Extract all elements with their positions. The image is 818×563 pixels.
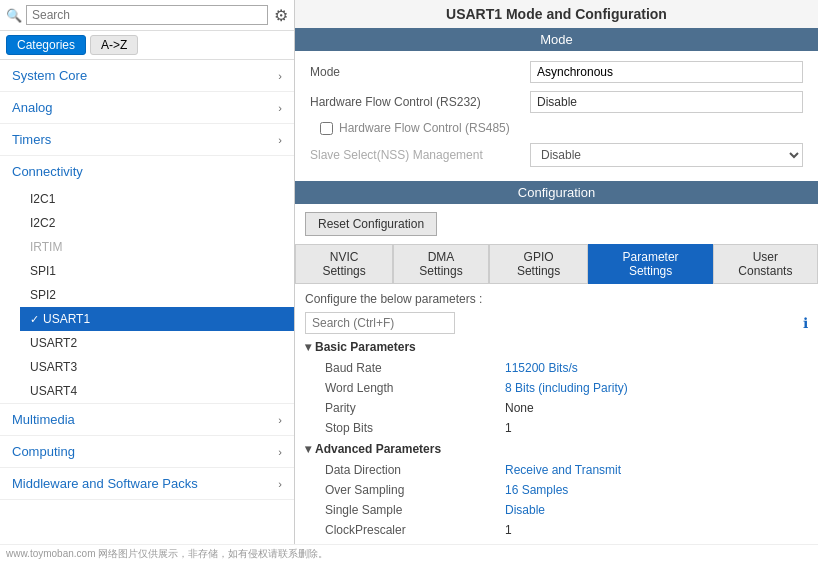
param-name: Single Sample [305,500,485,520]
watermark: www.toymoban.com 网络图片仅供展示，非存储，如有侵权请联系删除。 [0,544,818,563]
page-title: USART1 Mode and Configuration [295,0,818,28]
tab-a-z[interactable]: A->Z [90,35,138,55]
collapse-icon[interactable]: ▾ [305,442,311,456]
mode-label: Mode [310,65,530,79]
table-row: ClockPrescaler 1 [305,520,808,540]
nav-section-connectivity: Connectivity I2C1 I2C2 IRTIM SPI1 SPI2 ✓… [0,156,294,404]
reset-configuration-button[interactable]: Reset Configuration [305,212,437,236]
param-value: 1 [485,520,808,540]
nav-section-computing: Computing › [0,436,294,468]
chevron-right-icon: › [278,70,282,82]
hw-flow-row: Hardware Flow Control (RS232) [310,91,803,113]
sidebar-item-timers[interactable]: Timers › [0,124,294,155]
hw-flow-rs485-checkbox[interactable] [320,122,333,135]
sidebar-item-label: Analog [12,100,52,115]
param-name: Stop Bits [305,418,485,438]
hw-flow-label: Hardware Flow Control (RS232) [310,95,530,109]
sidebar-item-i2c2[interactable]: I2C2 [20,211,294,235]
search-bar: 🔍 ⚙ [0,0,294,31]
param-value: 16 Samples [485,480,808,500]
chevron-right-icon: › [278,478,282,490]
nav-section-system-core: System Core › [0,60,294,92]
config-section: Reset Configuration NVIC Settings DMA Se… [295,204,818,548]
tab-dma-settings[interactable]: DMA Settings [393,244,489,284]
left-panel: 🔍 ⚙ Categories A->Z System Core › Analog… [0,0,295,563]
basic-params-table: Baud Rate 115200 Bits/s Word Length 8 Bi… [305,358,808,438]
tab-gpio-settings[interactable]: GPIO Settings [489,244,588,284]
search-icon: 🔍 [6,8,22,23]
param-name: Parity [305,398,485,418]
param-name: Word Length [305,378,485,398]
table-row: Baud Rate 115200 Bits/s [305,358,808,378]
tab-categories[interactable]: Categories [6,35,86,55]
chevron-right-icon: › [278,414,282,426]
hw-flow-rs485-label: Hardware Flow Control (RS485) [339,121,510,135]
gear-icon[interactable]: ⚙ [274,6,288,25]
param-name: ClockPrescaler [305,520,485,540]
table-row: Word Length 8 Bits (including Parity) [305,378,808,398]
mode-section-header: Mode [295,28,818,51]
slave-row: Slave Select(NSS) Management Disable [310,143,803,167]
advanced-params-label: Advanced Parameters [315,442,441,456]
search-input[interactable] [26,5,268,25]
basic-params-label: Basic Parameters [315,340,416,354]
hw-flow-rs485-row: Hardware Flow Control (RS485) [310,121,803,135]
sidebar-item-irtim[interactable]: IRTIM [20,235,294,259]
sidebar-item-spi2[interactable]: SPI2 [20,283,294,307]
chevron-right-icon: › [278,446,282,458]
connectivity-sub-list: I2C1 I2C2 IRTIM SPI1 SPI2 ✓ USART1 USART… [0,187,294,403]
nav-section-middleware: Middleware and Software Packs › [0,468,294,500]
nav-section-analog: Analog › [0,92,294,124]
sidebar-item-connectivity[interactable]: Connectivity [0,156,294,187]
sidebar-item-label: Connectivity [12,164,83,179]
param-value: Disable [485,500,808,520]
table-row: Stop Bits 1 [305,418,808,438]
advanced-params-table: Data Direction Receive and Transmit Over… [305,460,808,540]
sidebar-item-label: Timers [12,132,51,147]
nav-section-multimedia: Multimedia › [0,404,294,436]
param-name: Over Sampling [305,480,485,500]
param-area: Configure the below parameters : ℹ ▾ Bas… [295,284,818,548]
tab-parameter-settings[interactable]: Parameter Settings [588,244,712,284]
param-search-input[interactable] [305,312,455,334]
configure-label: Configure the below parameters : [305,292,808,306]
param-name: Data Direction [305,460,485,480]
sidebar-item-spi1[interactable]: SPI1 [20,259,294,283]
advanced-params-title: ▾ Advanced Parameters [305,442,808,456]
sidebar-item-multimedia[interactable]: Multimedia › [0,404,294,435]
sidebar-item-usart2[interactable]: USART2 [20,331,294,355]
chevron-right-icon: › [278,102,282,114]
tab-row: Categories A->Z [0,31,294,60]
sidebar-item-label: Computing [12,444,75,459]
info-icon: ℹ [803,315,808,331]
sidebar-item-i2c1[interactable]: I2C1 [20,187,294,211]
table-row: Over Sampling 16 Samples [305,480,808,500]
param-value: 8 Bits (including Parity) [485,378,808,398]
param-value: Receive and Transmit [485,460,808,480]
sidebar-item-usart3[interactable]: USART3 [20,355,294,379]
tab-nvic-settings[interactable]: NVIC Settings [295,244,393,284]
sidebar-item-usart4[interactable]: USART4 [20,379,294,403]
sidebar-item-computing[interactable]: Computing › [0,436,294,467]
config-tabs-row: NVIC Settings DMA Settings GPIO Settings… [295,244,818,284]
slave-select[interactable]: Disable [530,143,803,167]
table-row: Parity None [305,398,808,418]
tab-user-constants[interactable]: User Constants [713,244,818,284]
param-name: Baud Rate [305,358,485,378]
sidebar-item-system-core[interactable]: System Core › [0,60,294,91]
slave-label: Slave Select(NSS) Management [310,148,530,162]
right-panel: USART1 Mode and Configuration Mode Mode … [295,0,818,563]
sidebar-item-middleware[interactable]: Middleware and Software Packs › [0,468,294,499]
table-row: Single Sample Disable [305,500,808,520]
sidebar-item-analog[interactable]: Analog › [0,92,294,123]
param-value: 115200 Bits/s [485,358,808,378]
param-value: None [485,398,808,418]
config-section-header: Configuration [295,181,818,204]
mode-section: Mode Hardware Flow Control (RS232) Hardw… [295,51,818,181]
table-row: Data Direction Receive and Transmit [305,460,808,480]
sidebar-item-usart1[interactable]: ✓ USART1 [20,307,294,331]
basic-params-title: ▾ Basic Parameters [305,340,808,354]
collapse-icon[interactable]: ▾ [305,340,311,354]
mode-value-input[interactable] [530,61,803,83]
hw-flow-input[interactable] [530,91,803,113]
